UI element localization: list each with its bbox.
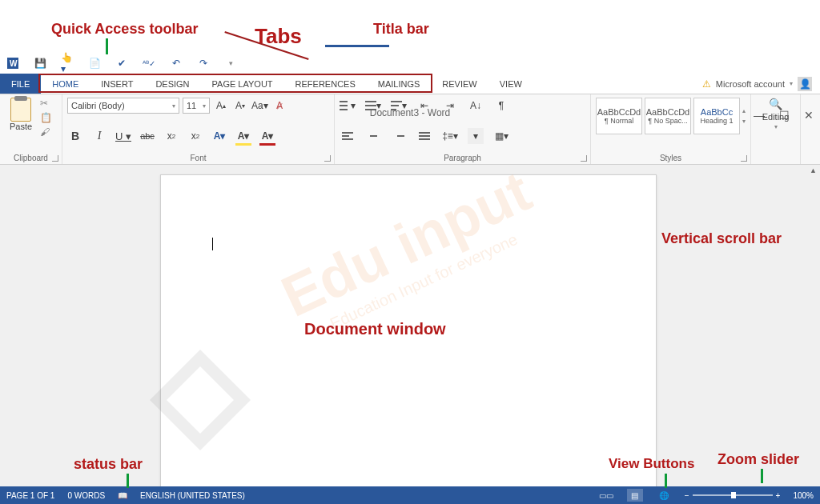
font-group-label: Font <box>67 152 329 162</box>
document-page[interactable] <box>160 174 657 486</box>
proofing-icon[interactable]: 📖 <box>118 491 127 500</box>
style-heading1[interactable]: AaBbCcHeading 1 <box>693 98 740 134</box>
font-color-button[interactable]: A▾ <box>259 128 275 144</box>
numbering-button[interactable]: ▾ <box>365 98 381 114</box>
clipboard-group: Paste ✂ 📋 🖌 Clipboard <box>0 94 62 164</box>
format-painter-icon[interactable]: 🖌 <box>40 126 52 138</box>
styles-launcher-icon[interactable] <box>741 155 747 162</box>
bold-button[interactable]: B <box>67 128 83 144</box>
editing-group: 🔍 Editing ▾ <box>751 94 801 164</box>
check-icon[interactable]: ✔ <box>115 57 128 70</box>
italic-button[interactable]: I <box>91 128 107 144</box>
clipboard-launcher-icon[interactable] <box>52 155 58 162</box>
font-name-select[interactable]: Calibri (Body)▾ <box>67 98 179 114</box>
language-indicator[interactable]: ENGLISH (UNITED STATES) <box>140 491 245 500</box>
cut-icon[interactable]: ✂ <box>40 98 52 109</box>
title-bar: W 💾 👆▾ 📄 ✔ ᴬᴮ✓ ↶ ↷ ▾ <box>0 53 820 74</box>
shrink-font-button[interactable]: A▾ <box>232 98 248 114</box>
bullets-button[interactable]: ▾ <box>340 98 356 114</box>
new-doc-icon[interactable]: 📄 <box>88 57 101 70</box>
zoom-slider[interactable]: − + <box>685 491 781 500</box>
svg-text:W: W <box>10 59 18 68</box>
close-icon[interactable]: ✕ <box>804 109 814 122</box>
zoom-in-icon[interactable]: + <box>776 491 781 500</box>
clear-formatting-button[interactable]: A̷ <box>271 98 287 114</box>
paragraph-group-label: Paragraph <box>340 152 585 162</box>
zoom-value[interactable]: 100% <box>793 491 814 500</box>
tick-status-bar <box>127 474 129 488</box>
align-right-button[interactable] <box>391 128 407 144</box>
paragraph-group: ▾ ▾ ▾ ⇤ ⇥ A↓ ¶ ‡≡▾ ▾ ▦▾ Paragraph <box>335 94 591 164</box>
align-center-button[interactable] <box>365 128 381 144</box>
line-spacing-button[interactable]: ‡≡▾ <box>442 128 458 144</box>
zoom-thumb[interactable] <box>731 492 736 498</box>
account-label[interactable]: Microsoft account <box>716 79 785 89</box>
sort-button[interactable]: A↓ <box>468 98 484 114</box>
ribbon: Paste ✂ 📋 🖌 Clipboard Calibri (Body)▾ 11… <box>0 94 820 165</box>
font-size-select[interactable]: 11▾ <box>183 98 210 114</box>
quick-access-toolbar: W 💾 👆▾ 📄 ✔ ᴬᴮ✓ ↶ ↷ ▾ <box>0 57 237 70</box>
tabs-highlight-box <box>38 74 432 93</box>
annot-title-bar: Titla bar <box>373 21 429 38</box>
highlight-button[interactable]: A▾ <box>235 128 251 144</box>
subscript-button[interactable]: x2 <box>163 128 179 144</box>
tick-view-buttons <box>665 474 667 488</box>
styles-group-label: Styles <box>596 152 746 162</box>
read-mode-icon[interactable]: ▭▭ <box>598 489 614 502</box>
underline-button[interactable]: U ▾ <box>115 128 131 144</box>
document-area: ▲ <box>0 165 820 486</box>
tab-review[interactable]: REVIEW <box>431 74 488 94</box>
paste-button[interactable]: Paste <box>5 98 37 138</box>
save-icon[interactable]: 💾 <box>34 57 46 70</box>
file-tab[interactable]: FILE <box>0 74 41 94</box>
decrease-indent-button[interactable]: ⇤ <box>416 98 432 114</box>
increase-indent-button[interactable]: ⇥ <box>442 98 458 114</box>
print-layout-icon[interactable]: ▤ <box>627 489 643 502</box>
change-case-button[interactable]: Aa▾ <box>251 98 268 114</box>
styles-more-button[interactable]: ▴▾ <box>742 98 746 134</box>
titlebar-underline <box>325 45 389 47</box>
spellcheck-icon[interactable]: ᴬᴮ✓ <box>143 57 155 70</box>
paragraph-launcher-icon[interactable] <box>581 155 587 162</box>
annot-quick-access: Quick Access toolbar <box>51 21 198 38</box>
styles-group: AaBbCcDd¶ Normal AaBbCcDd¶ No Spac... Aa… <box>591 94 751 164</box>
tick-quick-access <box>106 38 108 54</box>
redo-icon[interactable]: ↷ <box>197 57 210 70</box>
copy-icon[interactable]: 📋 <box>40 112 52 123</box>
strikethrough-button[interactable]: abc <box>139 128 155 144</box>
style-no-spacing[interactable]: AaBbCcDd¶ No Spac... <box>645 98 691 134</box>
borders-button[interactable]: ▦▾ <box>493 128 509 144</box>
touch-mode-icon[interactable]: 👆▾ <box>61 57 74 70</box>
word-icon: W <box>6 57 19 70</box>
tab-view[interactable]: VIEW <box>488 74 533 94</box>
editing-label[interactable]: Editing <box>762 112 790 122</box>
font-launcher-icon[interactable] <box>324 155 331 162</box>
vertical-scrollbar[interactable]: ▲ <box>807 165 820 486</box>
user-avatar-icon[interactable]: 👤 <box>798 77 812 91</box>
style-normal[interactable]: AaBbCcDd¶ Normal <box>596 98 642 134</box>
grow-font-button[interactable]: A▴ <box>213 98 229 114</box>
account-area: ⚠ Microsoft account ▾ 👤 <box>702 74 820 94</box>
word-app-window: W 💾 👆▾ 📄 ✔ ᴬᴮ✓ ↶ ↷ ▾ Document3 - Word ? … <box>0 53 820 504</box>
find-icon[interactable]: 🔍 <box>769 98 782 110</box>
scroll-up-icon[interactable]: ▲ <box>810 166 817 174</box>
qat-customize-icon[interactable]: ▾ <box>224 57 237 70</box>
status-bar: PAGE 1 OF 1 0 WORDS 📖 ENGLISH (UNITED ST… <box>0 486 820 504</box>
web-layout-icon[interactable]: 🌐 <box>656 489 672 502</box>
superscript-button[interactable]: x2 <box>187 128 203 144</box>
text-effects-button[interactable]: A▾ <box>211 128 227 144</box>
show-marks-button[interactable]: ¶ <box>493 98 509 114</box>
paste-label: Paste <box>10 122 32 131</box>
word-count[interactable]: 0 WORDS <box>67 491 105 500</box>
multilevel-list-button[interactable]: ▾ <box>391 98 407 114</box>
undo-icon[interactable]: ↶ <box>170 57 183 70</box>
zoom-track[interactable] <box>693 494 773 496</box>
justify-button[interactable] <box>416 128 432 144</box>
font-name-value: Calibri (Body) <box>71 101 125 110</box>
align-left-button[interactable] <box>340 128 356 144</box>
paste-icon <box>10 98 31 122</box>
warning-icon: ⚠ <box>702 78 711 90</box>
page-indicator[interactable]: PAGE 1 OF 1 <box>6 491 54 500</box>
zoom-out-icon[interactable]: − <box>685 491 689 500</box>
shading-button[interactable]: ▾ <box>468 128 484 144</box>
